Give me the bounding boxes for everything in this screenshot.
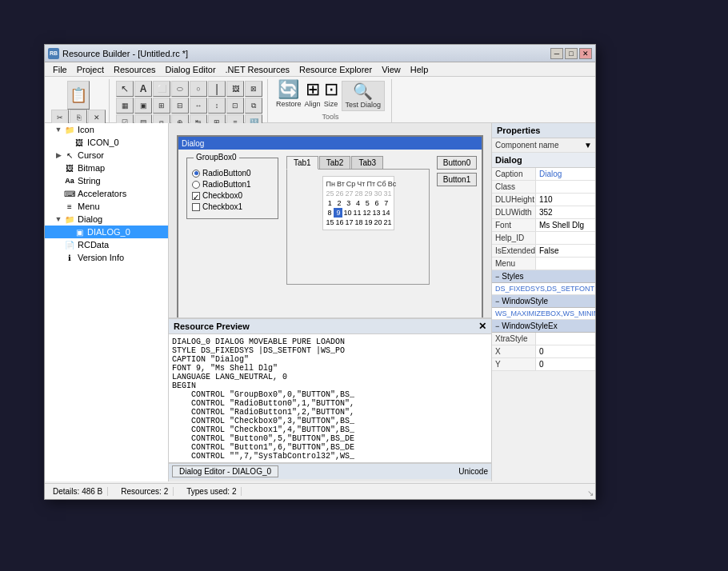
button-0[interactable]: Button0 xyxy=(437,156,477,170)
tree-item-cursor[interactable]: ▶ ↖ Cursor xyxy=(45,149,168,162)
menu-net-resources[interactable]: .NET Resources xyxy=(221,64,295,75)
menu-bar: File Project Resources Dialog Editor .NE… xyxy=(45,62,595,77)
menu-help[interactable]: Help xyxy=(406,64,434,75)
dialog-preview-content: GroupBox0 RadioButton0 RadioButton1 xyxy=(178,150,482,293)
radio-button-1[interactable]: RadioButton1 xyxy=(192,180,273,189)
dc-btn-img[interactable]: 🖼 xyxy=(226,81,244,97)
tools-label: Tools xyxy=(322,111,339,121)
editor-close-button[interactable]: ✕ xyxy=(478,321,486,332)
editor-tab-bar: Dialog Editor - DIALOG_0 Unicode xyxy=(169,463,491,479)
dc-btn-a[interactable]: A xyxy=(134,81,152,97)
restore-label: Restore xyxy=(276,100,302,108)
tree-item-icon0[interactable]: 🖼 ICON_0 xyxy=(45,136,168,149)
tab-3[interactable]: Tab3 xyxy=(351,156,383,169)
tree-item-dialog0[interactable]: ▣ DIALOG_0 xyxy=(45,226,168,238)
app-icon: RB xyxy=(48,48,59,59)
maximize-button[interactable]: □ xyxy=(565,48,578,59)
paste-button[interactable]: 📋 xyxy=(67,81,90,110)
tab-1[interactable]: Tab1 xyxy=(286,156,318,170)
dc-row1: ↖ A ⬜ ⬭ ○ | 🖼 ⊠ xyxy=(116,81,262,97)
calendar-week-1: 25 26 27 28 29 30 31 xyxy=(326,189,391,198)
resource-preview-panel: Resource Preview ✕ DIALOG_0 DIALOG MOVEA… xyxy=(169,317,491,465)
windowstyle-section[interactable]: − WindowStyle xyxy=(492,295,595,308)
checkbox-0[interactable]: ✓ Checkbox0 xyxy=(192,191,273,200)
dc-btn2-3[interactable]: ⊞ xyxy=(153,98,170,114)
tab-bar: Tab1 Tab2 Tab3 xyxy=(286,156,430,170)
status-details: Details: 486 B xyxy=(48,487,108,496)
dialog-caption: Dialog xyxy=(182,139,204,148)
group-box: GroupBox0 RadioButton0 RadioButton1 xyxy=(186,158,278,219)
calendar-week-3: 8 9 10 11 12 13 14 xyxy=(326,208,391,218)
menu-resources[interactable]: Resources xyxy=(109,64,161,75)
prop-dluwidth: DLUWidth 352 xyxy=(492,206,595,219)
editor-content[interactable]: DIALOG_0 DIALOG MOVEABLE PURE LOADON STY… xyxy=(169,334,491,463)
group-box-label: GroupBox0 xyxy=(194,153,239,162)
styles-section[interactable]: − Styles xyxy=(492,270,595,283)
prop-dluheight: DLUHeight 110 xyxy=(492,194,595,206)
calendar-week-4: 15 16 17 18 19 20 21 xyxy=(326,218,391,227)
tree-item-bitmap[interactable]: 🖼 Bitmap xyxy=(45,162,168,174)
component-name-row: Component name ▼ xyxy=(492,138,595,153)
button-group: Button0 Button1 xyxy=(437,156,477,186)
prop-menu: Menu xyxy=(492,258,595,270)
close-button[interactable]: ✕ xyxy=(579,48,592,59)
dialog-preview-titlebar: Dialog xyxy=(178,137,482,150)
tree-item-dialog[interactable]: ▼ 📁 Dialog xyxy=(45,213,168,226)
dc-btn-cursor[interactable]: ↖ xyxy=(116,81,134,97)
paste-row: 📋 xyxy=(67,81,90,110)
dc-btn-round[interactable]: ⬭ xyxy=(171,81,189,97)
windowstyleex-section[interactable]: − WindowStyleEx xyxy=(492,320,595,333)
resize-handle[interactable]: ↘ xyxy=(587,489,594,497)
tree-item-accelerators[interactable]: ⌨ Accelerators xyxy=(45,187,168,200)
tree-item-icon[interactable]: ▼ 📁 Icon xyxy=(45,123,168,136)
component-name-label: Component name xyxy=(495,141,584,150)
tree-item-version[interactable]: ℹ Version Info xyxy=(45,251,168,264)
editor-tab-dialog[interactable]: Dialog Editor - DIALOG_0 xyxy=(172,465,278,477)
dc-btn-box[interactable]: ⬜ xyxy=(153,81,170,97)
prop-caption: Caption Dialog xyxy=(492,168,595,181)
dc-btn-line[interactable]: | xyxy=(208,81,226,97)
tree-item-string[interactable]: Aa String xyxy=(45,174,168,187)
prop-styles-value: DS_FIXEDSYS,DS_SETFONT xyxy=(492,283,595,295)
menu-resource-explorer[interactable]: Resource Explorer xyxy=(294,64,377,75)
radio-fill xyxy=(194,171,198,175)
dc-btn2-5[interactable]: ↔ xyxy=(190,98,207,114)
checkbox-1[interactable]: Checkbox1 xyxy=(192,202,273,211)
tab-2[interactable]: Tab2 xyxy=(319,156,351,169)
window-controls: ─ □ ✕ xyxy=(550,48,592,59)
dc-btn2-7[interactable]: ⊡ xyxy=(226,98,244,114)
button-1[interactable]: Button1 xyxy=(437,173,477,186)
menu-view[interactable]: View xyxy=(377,64,406,75)
status-bar: Details: 486 B Resources: 2 Types used: … xyxy=(45,483,595,499)
resource-tree-panel: ▼ 📁 Icon 🖼 ICON_0 ▶ ↖ Cursor 🖼 Bitmap xyxy=(45,123,169,481)
test-dialog-label: Test Dialog xyxy=(346,101,382,109)
title-bar: RB Resource Builder - [Untitled.rc *] ─ … xyxy=(45,45,595,62)
radio-button-0[interactable]: RadioButton0 xyxy=(192,169,273,178)
dc-btn2-2[interactable]: ▣ xyxy=(134,98,152,114)
dc-btn2-4[interactable]: ⊟ xyxy=(171,98,189,114)
tools-group: 🔄 Restore ⊞ Align ⊡ Size 🔍 Test Dialog T… xyxy=(270,79,392,122)
encoding-label: Unicode xyxy=(458,467,488,476)
prop-x: X 0 xyxy=(492,345,595,358)
size-label: Size xyxy=(324,100,338,108)
dc-btn-x[interactable]: ⊠ xyxy=(245,81,262,97)
dc-btn2-1[interactable]: ▦ xyxy=(116,98,134,114)
menu-project[interactable]: Project xyxy=(72,64,109,75)
dc-btn-circle[interactable]: ○ xyxy=(190,81,207,97)
minimize-button[interactable]: ─ xyxy=(550,48,563,59)
properties-panel: Properties Component name ▼ Dialog Capti… xyxy=(491,123,595,481)
menu-file[interactable]: File xyxy=(48,64,72,75)
status-resources: Resources: 2 xyxy=(116,487,174,496)
menu-dialog-editor[interactable]: Dialog Editor xyxy=(161,64,221,75)
properties-header: Properties xyxy=(492,123,595,138)
dc-row2: ▦ ▣ ⊞ ⊟ ↔ ↕ ⊡ ⧉ xyxy=(116,98,262,114)
prop-font: Font Ms Shell Dlg xyxy=(492,219,595,232)
prop-xtrastyle: XtraStyle xyxy=(492,333,595,345)
tree-item-rcdata[interactable]: 📄 RCData xyxy=(45,238,168,251)
toolbar: 📋 ✂ ⎘ ✕ Edit ↖ A ⬜ ⬭ ○ | 🖼 ⊠ ▦ xyxy=(45,77,595,123)
prop-class: Class xyxy=(492,181,595,194)
prop-isextended: IsExtended False xyxy=(492,245,595,258)
dc-btn2-6[interactable]: ↕ xyxy=(208,98,226,114)
dc-btn2-8[interactable]: ⧉ xyxy=(245,98,262,114)
tree-item-menu[interactable]: ≡ Menu xyxy=(45,200,168,213)
